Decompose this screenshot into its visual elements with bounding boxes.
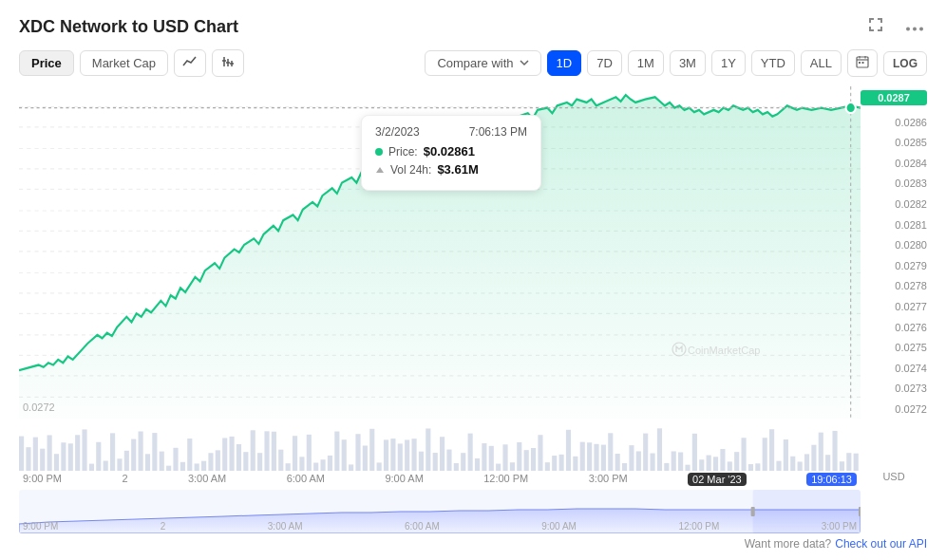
compare-button[interactable]: Compare with <box>425 50 540 76</box>
svg-rect-111 <box>496 464 501 471</box>
svg-rect-156 <box>811 445 816 471</box>
svg-rect-50 <box>68 443 73 471</box>
svg-rect-126 <box>601 445 606 471</box>
svg-rect-77 <box>257 453 262 471</box>
svg-rect-122 <box>573 457 577 471</box>
svg-rect-66 <box>180 462 185 471</box>
svg-rect-1 <box>869 18 871 23</box>
x-label-3pm: 3:00 PM <box>589 473 628 486</box>
time-1d-button[interactable]: 1D <box>547 50 582 76</box>
cta-text: Want more data? <box>745 537 832 551</box>
svg-rect-53 <box>89 464 94 471</box>
price-dot-icon <box>375 148 383 156</box>
svg-rect-151 <box>776 461 781 471</box>
svg-rect-158 <box>825 455 830 471</box>
svg-rect-94 <box>377 462 382 471</box>
svg-rect-145 <box>734 452 739 471</box>
price-badge: 0.0287 <box>861 90 927 105</box>
svg-rect-155 <box>804 454 809 471</box>
svg-rect-104 <box>446 450 451 471</box>
svg-rect-62 <box>152 433 157 471</box>
mini-x-9pm: 9:00 PM <box>23 521 58 532</box>
toolbar-left: Price Market Cap <box>19 49 244 77</box>
svg-rect-86 <box>320 459 325 471</box>
svg-rect-47 <box>47 435 52 471</box>
tab-market-cap[interactable]: Market Cap <box>80 50 168 76</box>
x-label-12pm: 12:00 PM <box>483 473 528 486</box>
watermark: CoinMarketCap <box>671 340 785 362</box>
time-1y-button[interactable]: 1Y <box>711 50 746 76</box>
svg-rect-101 <box>426 428 430 471</box>
svg-rect-84 <box>307 435 312 471</box>
svg-rect-112 <box>502 444 507 471</box>
more-button[interactable] <box>902 16 927 37</box>
svg-point-8 <box>906 28 910 31</box>
tooltip-price-value: $0.02861 <box>424 144 475 159</box>
svg-rect-140 <box>699 459 704 471</box>
svg-rect-109 <box>482 443 486 471</box>
calendar-button[interactable] <box>847 49 878 77</box>
svg-rect-120 <box>559 455 564 471</box>
line-chart-button[interactable] <box>174 49 206 77</box>
time-7d-button[interactable]: 7D <box>587 50 622 76</box>
svg-rect-106 <box>461 453 465 471</box>
svg-rect-115 <box>524 450 529 471</box>
y-label-0273: 0.0273 <box>895 383 927 394</box>
page-title: XDC Network to USD Chart <box>19 17 238 37</box>
mini-x-3am: 3:00 AM <box>268 521 303 532</box>
y-label-0287: 0.0286 <box>895 118 927 128</box>
more-icon <box>906 27 923 31</box>
svg-rect-68 <box>195 463 199 471</box>
time-1m-button[interactable]: 1M <box>628 50 664 76</box>
svg-rect-133 <box>651 454 655 471</box>
svg-rect-119 <box>552 456 557 471</box>
svg-rect-154 <box>798 461 803 471</box>
svg-rect-87 <box>328 456 332 471</box>
svg-rect-99 <box>411 439 416 471</box>
main-chart: 3/2/2023 7:06:13 PM Price: $0.02861 Vol … <box>19 86 861 419</box>
svg-rect-46 <box>40 449 45 471</box>
y-label-0277: 0.0277 <box>895 302 927 312</box>
time-3m-button[interactable]: 3M <box>670 50 706 76</box>
svg-rect-69 <box>201 461 206 471</box>
svg-rect-63 <box>160 452 164 471</box>
expand-button[interactable] <box>864 15 887 38</box>
time-ytd-button[interactable]: YTD <box>751 50 795 76</box>
svg-rect-91 <box>355 434 360 471</box>
svg-rect-107 <box>468 434 473 471</box>
api-link[interactable]: Check out our API <box>835 537 927 551</box>
x-label-time-highlight: 19:06:13 <box>806 473 857 486</box>
svg-rect-138 <box>685 465 690 471</box>
time-all-button[interactable]: ALL <box>801 50 842 76</box>
y-axis-bottom: USD <box>861 419 927 486</box>
svg-rect-75 <box>243 452 248 471</box>
log-button[interactable]: LOG <box>883 51 927 76</box>
svg-text:CoinMarketCap: CoinMarketCap <box>688 345 760 356</box>
svg-rect-118 <box>545 462 550 471</box>
mini-chart-y-spacer <box>861 490 927 533</box>
tab-price[interactable]: Price <box>19 50 74 76</box>
svg-rect-142 <box>713 457 718 471</box>
x-axis-labels: 9:00 PM 2 3:00 AM 6:00 AM 9:00 AM 12:00 … <box>19 473 861 486</box>
coinmarketcap-logo: CoinMarketCap <box>671 340 785 359</box>
svg-rect-128 <box>615 454 620 471</box>
expand-icon <box>868 17 883 32</box>
line-chart-icon <box>182 55 198 68</box>
chart-area: 3/2/2023 7:06:13 PM Price: $0.02861 Vol … <box>19 86 927 551</box>
svg-rect-136 <box>672 451 676 471</box>
y-label-0272: 0.0272 <box>895 404 927 415</box>
svg-rect-105 <box>454 463 459 471</box>
calendar-icon <box>856 55 869 68</box>
svg-rect-93 <box>369 429 374 471</box>
svg-rect-44 <box>26 447 30 471</box>
indicator-button[interactable] <box>212 49 244 77</box>
toolbar-right: Compare with 1D 7D 1M 3M 1Y YTD ALL <box>425 49 927 77</box>
svg-point-10 <box>919 28 923 31</box>
svg-rect-139 <box>692 434 697 471</box>
mini-chart[interactable]: 9:00 PM 2 3:00 AM 6:00 AM 9:00 AM 12:00 … <box>19 490 861 533</box>
svg-rect-85 <box>313 462 318 471</box>
x-label-2: 2 <box>122 473 127 486</box>
compare-label: Compare with <box>437 56 513 70</box>
svg-rect-135 <box>664 463 669 471</box>
svg-rect-79 <box>272 432 276 471</box>
